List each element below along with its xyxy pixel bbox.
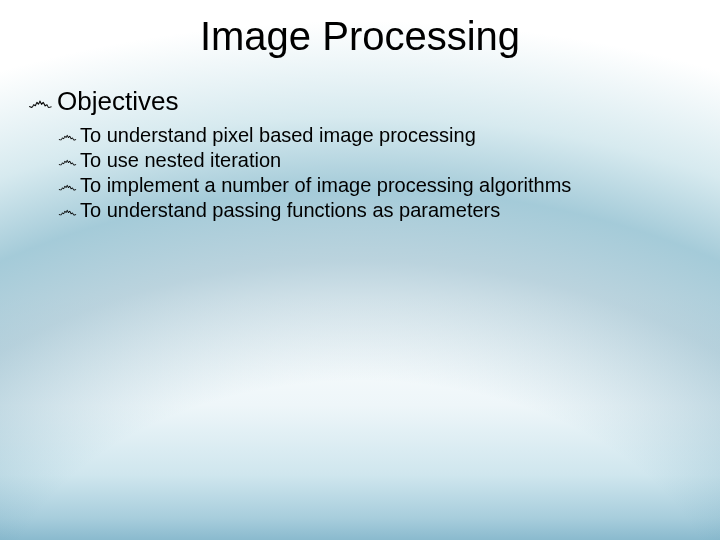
content-area: ෴ Objectives ෴ To understand pixel based… [0, 87, 720, 222]
bullet-icon: ෴ [58, 173, 77, 197]
list-item-label: To understand pixel based image processi… [80, 123, 476, 147]
list-item: ෴ To understand pixel based image proces… [58, 123, 680, 147]
slide: Image Processing ෴ Objectives ෴ To under… [0, 0, 720, 540]
list-item-label: To understand passing functions as param… [80, 198, 500, 222]
list-item-label: To implement a number of image processin… [80, 173, 571, 197]
bullet-icon: ෴ [58, 148, 77, 172]
list-item: ෴ To understand passing functions as par… [58, 198, 680, 222]
slide-title: Image Processing [0, 14, 720, 59]
list-item: ෴ To implement a number of image process… [58, 173, 680, 197]
list-item: ෴ Objectives [28, 87, 680, 117]
list-item-label: To use nested iteration [80, 148, 281, 172]
bullet-icon: ෴ [28, 87, 53, 116]
list-item: ෴ To use nested iteration [58, 148, 680, 172]
bullet-icon: ෴ [58, 123, 77, 147]
bullet-icon: ෴ [58, 198, 77, 222]
section-heading: Objectives [57, 87, 178, 117]
sub-list: ෴ To understand pixel based image proces… [28, 123, 680, 222]
